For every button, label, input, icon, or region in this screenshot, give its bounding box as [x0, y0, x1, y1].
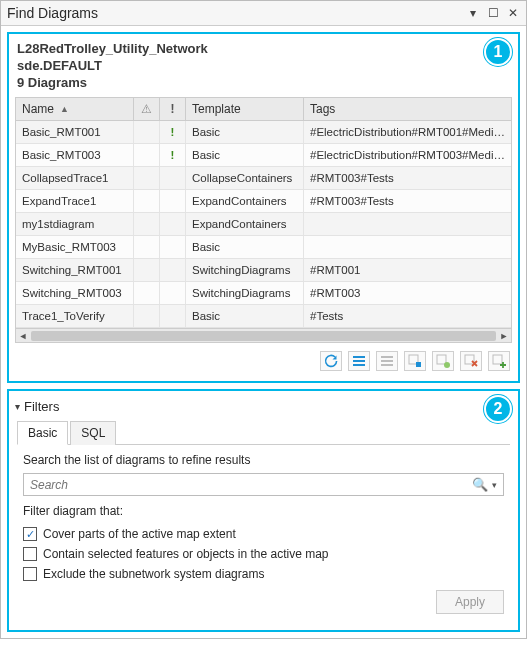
table-row[interactable]: CollapsedTrace1CollapseContainers#RMT003… [16, 167, 511, 190]
search-field-wrap: 🔍 ▾ [23, 473, 504, 496]
opt-contain-row[interactable]: Contain selected features or objects in … [23, 544, 504, 564]
cell-template: Basic [186, 305, 304, 327]
cell-tags [304, 236, 511, 258]
table-row[interactable]: Basic_RMT003!Basic#ElectricDistribution#… [16, 144, 511, 167]
window-title: Find Diagrams [7, 5, 466, 21]
opt-exclude-label: Exclude the subnetwork system diagrams [43, 567, 264, 581]
diagram-action-2-button[interactable] [432, 351, 454, 371]
cell-warning [134, 121, 160, 143]
cell-flag [160, 167, 186, 189]
table-row[interactable]: Switching_RMT001SwitchingDiagrams#RMT001 [16, 259, 511, 282]
cell-flag [160, 190, 186, 212]
svg-rect-2 [353, 364, 365, 366]
cell-flag [160, 236, 186, 258]
search-icon[interactable]: 🔍 [470, 477, 490, 492]
menu-icon[interactable]: ▾ [466, 6, 480, 20]
cell-warning [134, 259, 160, 281]
apply-wrap: Apply [23, 584, 504, 614]
search-input[interactable] [30, 478, 470, 492]
tab-basic[interactable]: Basic [17, 421, 68, 445]
opt-cover-row[interactable]: Cover parts of the active map extent [23, 524, 504, 544]
cell-warning [134, 282, 160, 304]
table-row[interactable]: MyBasic_RMT003Basic [16, 236, 511, 259]
table-row[interactable]: Switching_RMT003SwitchingDiagrams#RMT003 [16, 282, 511, 305]
checkbox-exclude[interactable] [23, 567, 37, 581]
cell-tags: #RMT003#Tests [304, 190, 511, 212]
maximize-icon[interactable]: ☐ [486, 6, 500, 20]
search-dropdown-icon[interactable]: ▾ [490, 480, 497, 490]
svg-rect-8 [437, 355, 446, 364]
cell-template: Basic [186, 236, 304, 258]
titlebar-buttons: ▾ ☐ ✕ [466, 6, 520, 20]
diagram-delete-button[interactable] [460, 351, 482, 371]
close-icon[interactable]: ✕ [506, 6, 520, 20]
filters-header[interactable]: ▾ Filters [13, 397, 514, 420]
sort-asc-icon: ▲ [60, 104, 69, 114]
search-label: Search the list of diagrams to refine re… [23, 453, 504, 467]
col-name-label: Name [22, 102, 54, 116]
cell-name: CollapsedTrace1 [16, 167, 134, 189]
network-name: L28RedTrolley_Utility_Network [13, 40, 514, 57]
col-tags-label: Tags [310, 102, 335, 116]
col-name[interactable]: Name ▲ [16, 98, 134, 120]
cell-template: SwitchingDiagrams [186, 282, 304, 304]
cell-name: Trace1_ToVerify [16, 305, 134, 327]
scroll-left-icon[interactable]: ◄ [16, 331, 30, 341]
cell-flag: ! [160, 144, 186, 166]
apply-button[interactable]: Apply [436, 590, 504, 614]
col-template[interactable]: Template [186, 98, 304, 120]
cell-tags: #RMT003#Tests [304, 167, 511, 189]
checkbox-contain[interactable] [23, 547, 37, 561]
cell-template: SwitchingDiagrams [186, 259, 304, 281]
find-diagrams-pane: Find Diagrams ▾ ☐ ✕ 1 L28RedTrolley_Util… [0, 0, 527, 639]
cell-template: ExpandContainers [186, 213, 304, 235]
tab-sql[interactable]: SQL [70, 421, 116, 445]
scroll-track[interactable] [31, 331, 496, 341]
svg-rect-7 [416, 362, 421, 367]
filter-tabs: Basic SQL [17, 420, 510, 445]
svg-rect-11 [493, 355, 502, 364]
cell-name: MyBasic_RMT003 [16, 236, 134, 258]
list-stacked-button[interactable] [348, 351, 370, 371]
table-row[interactable]: Basic_RMT001!Basic#ElectricDistribution#… [16, 121, 511, 144]
callout-badge-1: 1 [484, 38, 512, 66]
diagram-action-1-button[interactable] [404, 351, 426, 371]
version-name: sde.DEFAULT [13, 57, 514, 74]
col-template-label: Template [192, 102, 241, 116]
cell-tags: #Tests [304, 305, 511, 327]
list-lines-button[interactable] [376, 351, 398, 371]
cell-warning [134, 305, 160, 327]
callout-badge-2: 2 [484, 395, 512, 423]
svg-rect-0 [353, 356, 365, 358]
cell-template: ExpandContainers [186, 190, 304, 212]
filters-section: 2 ▾ Filters Basic SQL Search the list of… [7, 389, 520, 632]
cell-name: Switching_RMT003 [16, 282, 134, 304]
checkbox-cover[interactable] [23, 527, 37, 541]
opt-exclude-row[interactable]: Exclude the subnetwork system diagrams [23, 564, 504, 584]
col-flag[interactable]: ! [160, 98, 186, 120]
svg-rect-3 [381, 356, 393, 358]
table-header: Name ▲ ⚠ ! Template Tags [16, 98, 511, 121]
cell-name: Basic_RMT001 [16, 121, 134, 143]
cell-warning [134, 144, 160, 166]
scroll-right-icon[interactable]: ► [497, 331, 511, 341]
table-row[interactable]: my1stdiagramExpandContainers [16, 213, 511, 236]
cell-warning [134, 236, 160, 258]
filters-title: Filters [24, 399, 59, 414]
cell-name: ExpandTrace1 [16, 190, 134, 212]
cell-flag: ! [160, 121, 186, 143]
cell-warning [134, 167, 160, 189]
diagram-add-button[interactable] [488, 351, 510, 371]
table-row[interactable]: ExpandTrace1ExpandContainers#RMT003#Test… [16, 190, 511, 213]
cell-name: Switching_RMT001 [16, 259, 134, 281]
titlebar: Find Diagrams ▾ ☐ ✕ [1, 1, 526, 26]
horizontal-scrollbar[interactable]: ◄ ► [16, 328, 511, 342]
cell-template: CollapseContainers [186, 167, 304, 189]
refresh-button[interactable] [320, 351, 342, 371]
diagram-table: Name ▲ ⚠ ! Template Tags Basic_RMT001!Ba… [15, 97, 512, 343]
table-row[interactable]: Trace1_ToVerifyBasic#Tests [16, 305, 511, 328]
cell-tags: #RMT001 [304, 259, 511, 281]
table-body: Basic_RMT001!Basic#ElectricDistribution#… [16, 121, 511, 328]
col-warning[interactable]: ⚠ [134, 98, 160, 120]
col-tags[interactable]: Tags [304, 98, 511, 120]
